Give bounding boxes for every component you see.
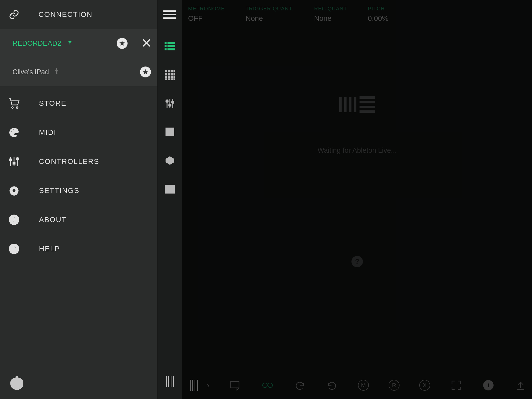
module-view-icon[interactable] (164, 155, 176, 166)
delete-icon[interactable]: X (419, 380, 430, 391)
svg-marker-58 (165, 156, 174, 165)
usb-icon (55, 68, 59, 76)
menu-label: MIDI (39, 128, 56, 137)
metric-metronome[interactable]: METRONOME OFF (188, 6, 225, 23)
menu-item-about[interactable]: i ABOUT (0, 205, 157, 234)
svg-point-49 (166, 100, 168, 102)
help-icon: ? (8, 243, 20, 255)
metric-pitch[interactable]: PITCH 0.00% (368, 6, 388, 23)
sidebar: CONNECTION REDORDEAD2 Clive's iPad (0, 0, 157, 399)
menu-item-store[interactable]: STORE (0, 89, 157, 118)
svg-point-67 (263, 383, 267, 388)
help-bubble-icon[interactable]: ? (351, 256, 363, 267)
svg-rect-35 (168, 73, 170, 75)
svg-text:?: ? (12, 245, 16, 253)
main-content: Waiting for Ableton Live... ? (182, 29, 532, 371)
tracks-toggle-icon[interactable] (166, 375, 174, 388)
app-logo-icon (8, 374, 26, 393)
svg-rect-27 (168, 45, 175, 47)
device-view-icon[interactable] (164, 126, 176, 138)
redo-icon[interactable] (326, 379, 338, 391)
menu-label: STORE (39, 99, 66, 108)
svg-rect-40 (171, 76, 173, 78)
svg-rect-17 (17, 158, 19, 159)
svg-rect-31 (168, 70, 170, 72)
menu-label: ABOUT (39, 216, 66, 224)
svg-text:i: i (13, 216, 15, 224)
svg-rect-25 (168, 42, 175, 44)
svg-point-18 (12, 189, 16, 192)
loop-icon[interactable] (261, 379, 274, 391)
return-clip-icon[interactable] (229, 379, 242, 391)
menu-label: CONTROLLERS (39, 157, 99, 166)
cart-icon (8, 97, 20, 110)
keys-view-icon[interactable] (164, 183, 176, 195)
tracks-icon[interactable] (188, 379, 200, 391)
record-icon[interactable]: R (389, 380, 400, 391)
menu-toggle-button[interactable] (158, 0, 182, 29)
mixer-view-icon[interactable] (164, 98, 176, 109)
undo-icon[interactable] (294, 379, 306, 391)
svg-rect-38 (165, 76, 167, 78)
svg-rect-64 (169, 185, 171, 190)
svg-rect-36 (171, 73, 173, 75)
sidebar-footer (0, 368, 157, 399)
svg-rect-42 (165, 78, 167, 80)
svg-rect-45 (174, 78, 175, 80)
svg-rect-5 (56, 73, 57, 74)
bottom-toolbar: › M R X i (182, 371, 532, 399)
svg-point-51 (171, 101, 174, 103)
main-panel: METRONOME OFF TRIGGER QUANT. None REC QU… (182, 0, 532, 399)
svg-point-68 (268, 383, 272, 388)
expand-right-icon[interactable]: › (207, 381, 209, 390)
menu-item-midi[interactable]: MIDI (0, 118, 157, 147)
view-toolstrip (157, 0, 182, 399)
svg-point-0 (69, 44, 70, 45)
transport-bar: METRONOME OFF TRIGGER QUANT. None REC QU… (182, 0, 532, 29)
fullscreen-icon[interactable] (450, 379, 462, 391)
menu-item-help[interactable]: ? HELP (0, 234, 157, 263)
grid-view-icon[interactable] (164, 69, 176, 81)
svg-rect-30 (165, 70, 167, 72)
menu-item-controllers[interactable]: CONTROLLERS (0, 147, 157, 176)
sidebar-title: CONNECTION (38, 10, 92, 19)
svg-point-50 (169, 104, 171, 106)
svg-rect-16 (13, 163, 15, 164)
menu-item-settings[interactable]: SETTINGS (0, 176, 157, 205)
svg-rect-41 (174, 76, 175, 78)
metric-trigger-quant[interactable]: TRIGGER QUANT. None (245, 6, 293, 23)
svg-point-9 (13, 129, 14, 130)
svg-rect-29 (168, 49, 175, 50)
disconnect-button[interactable] (142, 38, 151, 48)
favorite-button[interactable] (117, 38, 128, 49)
list-view-icon[interactable] (164, 41, 176, 52)
svg-point-7 (16, 107, 18, 108)
mute-icon[interactable]: M (358, 380, 369, 391)
upload-icon[interactable] (514, 379, 527, 391)
svg-rect-33 (174, 70, 175, 72)
svg-rect-34 (165, 73, 167, 75)
device-name: Clive's iPad (12, 68, 49, 76)
svg-point-11 (11, 134, 12, 135)
svg-rect-65 (171, 185, 173, 190)
svg-point-8 (11, 131, 12, 132)
device-name: REDORDEAD2 (12, 39, 61, 48)
menu-label: SETTINGS (39, 187, 79, 195)
svg-rect-15 (9, 159, 11, 161)
status-text: Waiting for Ableton Live... (317, 147, 397, 155)
info-icon[interactable]: i (482, 379, 495, 391)
gear-icon (8, 184, 20, 197)
favorite-button[interactable] (140, 66, 151, 77)
svg-point-6 (12, 107, 13, 108)
svg-rect-63 (167, 185, 169, 190)
svg-rect-28 (165, 49, 167, 50)
hamburger-icon (163, 10, 176, 19)
palette-icon (8, 126, 20, 139)
connection-icon (8, 8, 20, 21)
sidebar-header: CONNECTION (0, 0, 157, 29)
metric-rec-quant[interactable]: REC QUANT None (314, 6, 347, 23)
device-row-0[interactable]: REDORDEAD2 (0, 29, 157, 58)
svg-rect-66 (231, 382, 239, 388)
device-row-1[interactable]: Clive's iPad (0, 58, 157, 86)
svg-rect-44 (171, 78, 173, 80)
